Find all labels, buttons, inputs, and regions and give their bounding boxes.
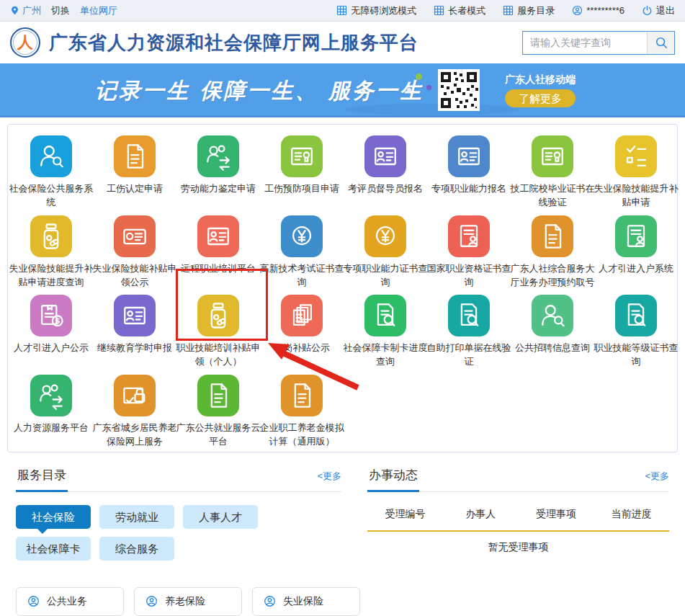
service-tile-label: 职业技能培训补贴申领（个人） <box>176 342 261 369</box>
person-card-icon <box>364 135 406 177</box>
service-tile-label: 人力资源服务平台 <box>9 421 94 435</box>
topbar-right: 无障碍浏览模式长者模式服务目录*********6退出 <box>336 4 675 17</box>
service-button-公共业务[interactable]: 公共业务 <box>16 587 124 616</box>
service-tile[interactable]: 职业技能等级证书查询 <box>594 295 678 369</box>
topbar-left: 广州 切换 单位网厅 <box>10 4 117 17</box>
service-tile-label: 失业保险技能提升补贴申请进度查询 <box>9 262 94 290</box>
service-tile[interactable]: 广东公共就业服务云平台 <box>176 375 260 449</box>
service-tile[interactable]: 社会保险公共服务系统 <box>9 135 93 210</box>
service-button-养老保险[interactable]: 养老保险 <box>134 587 242 616</box>
doc-icon <box>532 215 573 257</box>
service-tile[interactable]: 高新技术考试证书查询 <box>260 215 344 290</box>
person-card-icon <box>448 135 490 177</box>
service-button-label: 失业保险 <box>283 595 323 608</box>
service-grid: 社会保险公共服务系统工伤认定申请劳动能力鉴定申请工伤预防项目申请考评员督导员报名… <box>9 135 676 449</box>
topbar-item-长者模式[interactable]: 长者模式 <box>434 4 485 17</box>
doc-icon <box>281 375 323 416</box>
section-title: 服务目录 <box>16 463 68 492</box>
service-catalog-panel: 服务目录 <更多 社会保险劳动就业人事人才社会保障卡综合服务 公共业务养老保险失… <box>16 463 341 616</box>
learn-more-button[interactable]: 了解更多 <box>505 89 576 107</box>
service-tile[interactable]: 远程职业培训平台 <box>176 215 260 290</box>
person-icon <box>264 595 276 607</box>
service-tile[interactable]: 工伤预防项目申请 <box>260 135 344 210</box>
service-button-失业保险[interactable]: 失业保险 <box>252 587 360 616</box>
service-tile[interactable]: 失业保险技能提升补贴申请 <box>594 135 678 210</box>
service-tile[interactable]: 工伤认定申请 <box>93 135 176 210</box>
checklist-icon <box>615 135 657 177</box>
search-box <box>522 31 675 55</box>
service-tile[interactable]: 自助打印单据在线验证 <box>427 295 511 369</box>
activity-empty-text: 暂无受理事项 <box>367 541 669 554</box>
activity-table-header: 受理编号办事人受理事项当前进度 <box>367 508 669 521</box>
service-tile[interactable]: 广东人社综合服务大厅业务办理预约取号 <box>511 215 594 290</box>
service-tile[interactable]: 社会保障卡制卡进度查询 <box>344 295 427 369</box>
bottle-icon <box>197 295 239 336</box>
yen-icon <box>281 215 323 257</box>
service-button-label: 公共业务 <box>47 595 87 608</box>
tab-劳动就业[interactable]: 劳动就业 <box>99 505 174 529</box>
search-input[interactable] <box>523 32 647 54</box>
service-tile[interactable]: 企业职工养老金模拟计算（通用版） <box>260 375 344 449</box>
unit-portal-link[interactable]: 单位网厅 <box>80 4 117 17</box>
service-tile-label: 社会保障卡制卡进度查询 <box>343 342 428 369</box>
service-tile-label: 自助打印单据在线验证 <box>426 342 511 369</box>
topbar-item-*********6[interactable]: *********6 <box>572 5 624 16</box>
service-tile-label: 社会保险公共服务系统 <box>9 182 94 210</box>
banner-slogan: 记录一生 保障一生、 服务一生 <box>95 76 424 106</box>
service-tile-label: 公共招聘信息查询 <box>510 342 595 355</box>
topbar-item-服务目录[interactable]: 服务目录 <box>503 4 555 17</box>
city-selector[interactable]: 广州 <box>10 4 41 17</box>
topbar-item-无障碍浏览模式[interactable]: 无障碍浏览模式 <box>336 4 416 17</box>
tab-人事人才[interactable]: 人事人才 <box>183 505 258 529</box>
service-tile[interactable]: 劳动能力鉴定申请 <box>176 135 260 210</box>
search-button[interactable] <box>647 32 674 54</box>
service-tile-label: 失业保险技能提升补贴申请 <box>594 182 679 210</box>
location-pin-icon <box>10 5 19 16</box>
service-tile[interactable]: 人力资源服务平台 <box>9 375 93 449</box>
catalog-more-link[interactable]: <更多 <box>317 470 341 483</box>
doc-icon <box>114 135 156 177</box>
yen-icon <box>364 215 406 257</box>
power-icon <box>642 5 653 16</box>
section-title: 办事动态 <box>367 463 419 492</box>
service-tile[interactable]: 稳岗补贴公示 <box>260 295 344 369</box>
service-tile[interactable]: 国家职业资格证书查询 <box>427 215 511 290</box>
stack-icon <box>281 295 323 336</box>
service-tile[interactable]: 专项职业能力报名 <box>427 135 511 210</box>
banner-dot-icon <box>426 85 431 90</box>
service-tile-label: 继续教育学时申报 <box>92 342 177 355</box>
service-tile[interactable]: 技工院校毕业证书在线验证 <box>511 135 594 210</box>
topbar-item-label: 长者模式 <box>448 4 485 17</box>
topbar-item-label: 退出 <box>656 4 675 17</box>
service-catalog-header: 服务目录 <更多 <box>16 463 341 492</box>
service-tile-label: 广东人社综合服务大厅业务办理预约取号 <box>510 262 595 290</box>
user-icon <box>572 5 583 16</box>
site-logo-icon: 人 <box>10 27 40 58</box>
service-tile[interactable]: 人才引进入户系统 <box>594 215 678 290</box>
tab-综合服务[interactable]: 综合服务 <box>99 537 174 561</box>
service-tile[interactable]: 广东省城乡居民养老保险网上服务 <box>93 375 176 449</box>
activity-column-header: 受理编号 <box>367 508 443 521</box>
switch-city-button[interactable]: 切换 <box>51 4 70 17</box>
activity-more-link[interactable]: <更多 <box>645 470 669 483</box>
service-tile[interactable]: 专项职业能力证书查询 <box>344 215 427 290</box>
topbar-item-label: 无障碍浏览模式 <box>351 4 416 17</box>
service-tile[interactable]: 继续教育学时申报 <box>93 295 176 369</box>
topbar-item-label: 服务目录 <box>517 4 555 17</box>
service-tile[interactable]: 考评员督导员报名 <box>344 135 427 210</box>
service-tile-label: 国家职业资格证书查询 <box>426 262 511 290</box>
banner-dot-icon <box>416 73 422 80</box>
service-tile[interactable]: 失业保险技能补贴申领公示 <box>93 215 176 290</box>
activity-column-header: 当前进度 <box>594 508 669 521</box>
service-tile[interactable]: 公共招聘信息查询 <box>511 295 594 369</box>
service-tile-label: 工伤预防项目申请 <box>259 182 344 196</box>
tab-社会保险[interactable]: 社会保险 <box>16 505 91 529</box>
service-tile-highlighted[interactable]: 职业技能培训补贴申领（个人） <box>176 295 260 369</box>
tab-社会保障卡[interactable]: 社会保障卡 <box>16 537 91 561</box>
topbar-item-退出[interactable]: 退出 <box>642 4 675 17</box>
doc-search-icon <box>448 295 490 336</box>
service-tile[interactable]: 人才引进入户公示 <box>9 295 93 369</box>
people-arrows-icon <box>30 375 72 416</box>
service-tile[interactable]: 失业保险技能提升补贴申请进度查询 <box>9 215 93 290</box>
grid-icon <box>434 5 444 16</box>
